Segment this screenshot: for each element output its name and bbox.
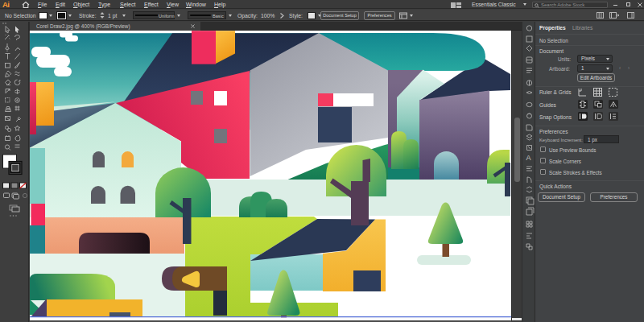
svg-text:A: A	[526, 154, 531, 162]
